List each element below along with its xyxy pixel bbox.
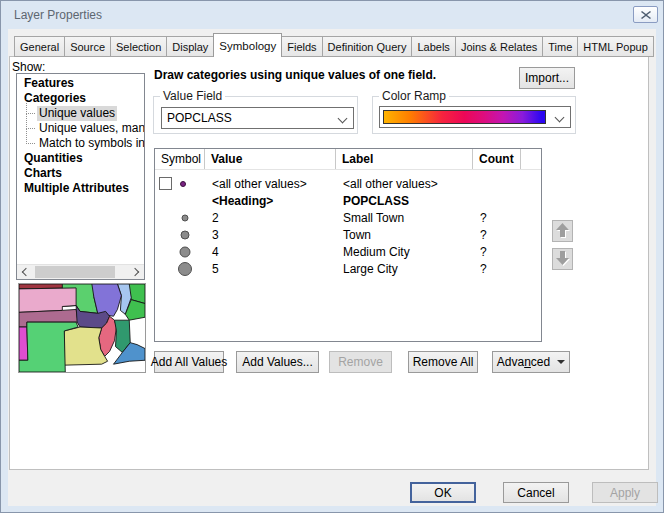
column-header-value: Value — [205, 149, 336, 169]
tree-item-quantities[interactable]: Quantities — [17, 151, 144, 166]
table-header: Symbol Value Label Count — [155, 149, 541, 170]
add-all-values-button[interactable]: Add All Values — [154, 351, 224, 373]
cancel-button[interactable]: Cancel — [503, 482, 569, 503]
value-field-dropdown[interactable]: POPCLASS — [161, 107, 354, 129]
scroll-left-icon[interactable] — [17, 265, 33, 279]
chevron-down-icon — [555, 113, 565, 123]
all-other-values-symbol[interactable] — [180, 181, 186, 187]
chevron-down-icon — [338, 114, 348, 124]
value-field-group: Value Field POPCLASS — [153, 96, 358, 134]
remove-button: Remove — [329, 351, 392, 373]
close-icon — [641, 11, 651, 19]
map-preview — [18, 283, 146, 373]
move-up-button[interactable] — [552, 220, 573, 242]
table-row-class-4[interactable]: 4 Medium City ? — [155, 243, 541, 260]
color-ramp-label: Color Ramp — [379, 89, 449, 103]
scrollbar-thumb[interactable] — [35, 266, 115, 278]
ok-button[interactable]: OK — [410, 482, 476, 503]
remove-all-button[interactable]: Remove All — [408, 351, 478, 373]
column-header-label: Label — [336, 149, 473, 169]
table-row-class-2[interactable]: 2 Small Town ? — [155, 209, 541, 226]
add-values-button[interactable]: Add Values... — [236, 351, 319, 373]
map-region-colorado — [19, 327, 28, 360]
tab-general[interactable]: General — [14, 36, 65, 57]
tree-item-match-symbols[interactable]: Match to symbols in a — [17, 136, 144, 151]
value-field-label: Value Field — [160, 89, 225, 103]
tree-item-unique-values[interactable]: Unique values — [17, 106, 144, 121]
tree-item-charts[interactable]: Charts — [17, 166, 144, 181]
tab-strip: General Source Selection Display Symbolo… — [14, 34, 654, 57]
tab-time[interactable]: Time — [543, 36, 578, 57]
arrow-up-icon — [555, 222, 570, 241]
tab-labels[interactable]: Labels — [412, 36, 455, 57]
map-region-south-dakota — [19, 288, 76, 312]
column-header-symbol: Symbol — [155, 149, 205, 169]
show-tree: Features Categories Unique values Unique… — [16, 73, 145, 280]
tab-definition-query[interactable]: Definition Query — [323, 36, 413, 57]
draw-method-description: Draw categories using unique values of o… — [154, 68, 436, 82]
tree-item-features[interactable]: Features — [17, 76, 144, 91]
table-row-class-5[interactable]: 5 Large City ? — [155, 260, 541, 277]
arrow-down-icon — [555, 250, 570, 269]
advanced-menu-button[interactable]: Advanced — [492, 351, 570, 373]
tab-fields[interactable]: Fields — [282, 36, 322, 57]
map-preview-image — [19, 284, 145, 372]
table-row-class-3[interactable]: 3 Town ? — [155, 226, 541, 243]
tab-display[interactable]: Display — [167, 36, 214, 57]
color-ramp-dropdown[interactable] — [379, 106, 571, 128]
tab-html-popup[interactable]: HTML Popup — [578, 36, 653, 57]
window-title: Layer Properties — [14, 8, 102, 22]
dialog-client-area: General Source Selection Display Symbolo… — [8, 29, 656, 506]
all-other-values-checkbox[interactable] — [159, 177, 172, 190]
color-ramp-swatch — [383, 110, 546, 124]
show-label: Show: — [12, 60, 45, 74]
point-symbol[interactable] — [182, 214, 189, 221]
tab-source[interactable]: Source — [65, 36, 111, 57]
tab-symbology[interactable]: Symbology — [213, 33, 282, 57]
layer-properties-dialog: Layer Properties General Source Selectio… — [0, 0, 664, 513]
table-row-all-other-values[interactable]: <all other values> <all other values> — [155, 175, 541, 192]
color-ramp-group: Color Ramp — [372, 96, 576, 134]
title-bar[interactable]: Layer Properties — [1, 1, 663, 29]
tab-joins-relates[interactable]: Joins & Relates — [456, 36, 543, 57]
value-field-value: POPCLASS — [167, 111, 232, 125]
point-symbol[interactable] — [181, 230, 190, 239]
symbology-tab-page: Show: Features Categories Unique values … — [9, 56, 649, 470]
table-row-heading[interactable]: <Heading> POPCLASS — [155, 192, 541, 209]
menu-dropdown-icon — [557, 360, 565, 364]
point-symbol[interactable] — [178, 262, 192, 276]
point-symbol[interactable] — [180, 246, 191, 257]
import-button[interactable]: Import... — [519, 67, 575, 89]
tree-item-unique-values-many[interactable]: Unique values, many — [17, 121, 144, 136]
close-button[interactable] — [633, 6, 658, 23]
tree-item-categories[interactable]: Categories — [17, 91, 144, 106]
move-down-button[interactable] — [552, 248, 573, 270]
tab-selection[interactable]: Selection — [111, 36, 167, 57]
scroll-right-icon[interactable] — [128, 265, 144, 279]
column-header-count: Count — [473, 149, 521, 169]
apply-button: Apply — [592, 482, 658, 503]
tree-horizontal-scrollbar[interactable] — [17, 264, 144, 279]
unique-values-table[interactable]: Symbol Value Label Count <all other valu… — [154, 148, 542, 342]
tree-item-multiple-attributes[interactable]: Multiple Attributes — [17, 181, 144, 196]
